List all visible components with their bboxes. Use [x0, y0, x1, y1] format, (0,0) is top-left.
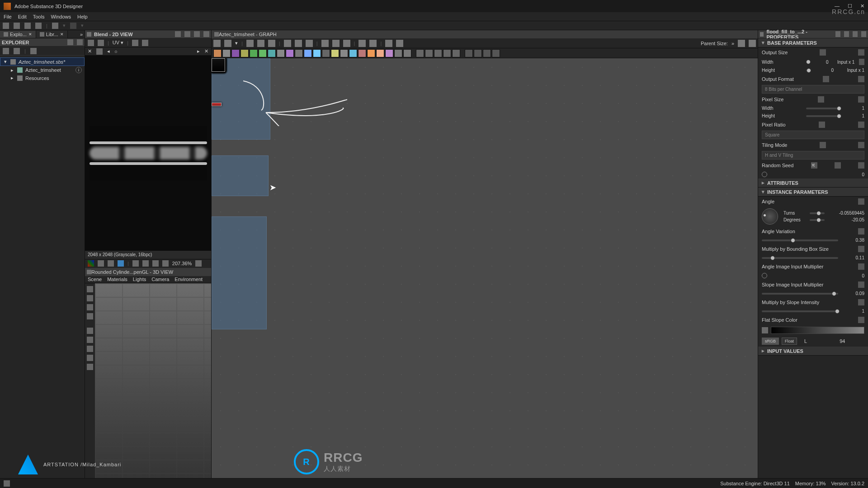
pal-f5[interactable] — [452, 49, 460, 57]
status-icon[interactable] — [4, 480, 10, 487]
graph-node[interactable] — [212, 58, 225, 72]
gt-grid-icon[interactable] — [396, 40, 403, 47]
redo-icon[interactable] — [70, 23, 76, 29]
panel-float-icon[interactable] — [77, 39, 83, 45]
pal-normal[interactable] — [304, 49, 312, 57]
pal-warp[interactable] — [358, 49, 366, 57]
v3d-tool1-icon[interactable] — [87, 286, 93, 292]
camera-icon[interactable] — [98, 40, 104, 46]
view2d-canvas[interactable] — [85, 56, 211, 251]
menu-icon[interactable] — [858, 76, 864, 82]
pal-grad[interactable] — [268, 49, 276, 57]
tab-library-close-icon[interactable]: ✕ — [60, 32, 64, 37]
v3d-camera-icon[interactable] — [87, 313, 93, 319]
ps-height-slider[interactable] — [806, 115, 838, 117]
gt-cut-icon[interactable] — [332, 40, 340, 47]
pal-levels[interactable] — [295, 49, 303, 57]
menu-icon[interactable] — [858, 246, 864, 252]
panel-dock-icon[interactable] — [67, 39, 73, 45]
tiling-dropdown[interactable]: H and V Tiling — [762, 151, 864, 160]
home-icon[interactable] — [3, 23, 9, 29]
nav-prev-icon[interactable]: ◂ — [107, 48, 110, 54]
parent-size-dropdown[interactable]: » — [731, 41, 734, 46]
gt-opt2-icon[interactable] — [749, 40, 756, 47]
v3d-sphere-icon[interactable] — [87, 346, 93, 352]
props-max-icon[interactable] — [844, 31, 849, 37]
gt-snap-icon[interactable] — [385, 40, 392, 47]
menu-windows[interactable]: Windows — [51, 14, 71, 19]
v3d-env[interactable]: Environment — [175, 277, 203, 282]
v3d-tool2-icon[interactable] — [87, 295, 93, 301]
info-toggle-icon[interactable] — [132, 40, 138, 46]
maximize-icon[interactable]: ☐ — [848, 3, 852, 9]
turns-slider[interactable] — [810, 212, 825, 214]
tabs-overflow-icon[interactable]: » — [80, 32, 85, 37]
slope-slider[interactable] — [762, 293, 838, 295]
import-icon[interactable] — [14, 48, 20, 54]
menu-icon[interactable] — [858, 299, 864, 305]
anglevar-slider[interactable] — [762, 239, 838, 241]
close-icon[interactable]: ✕ — [860, 3, 864, 9]
graph-frame[interactable] — [212, 155, 269, 196]
nav-rec-icon[interactable]: ○ — [114, 49, 118, 54]
tab-explorer-close-icon[interactable]: ✕ — [28, 32, 32, 37]
v3d-tool3-icon[interactable] — [87, 304, 93, 310]
pal-blend[interactable] — [222, 49, 231, 57]
pal-f1[interactable] — [416, 49, 424, 57]
zoom-value[interactable]: 207.36% — [172, 261, 192, 266]
pal-atomic[interactable] — [213, 49, 222, 57]
pal-dist[interactable] — [259, 49, 267, 57]
angleimg-radio[interactable] — [762, 273, 767, 278]
v3d-scene[interactable]: Scene — [88, 277, 102, 282]
gt-comment-icon[interactable] — [268, 40, 275, 47]
pal-g3[interactable] — [483, 49, 491, 57]
degrees-slider[interactable] — [810, 219, 825, 221]
gt-node-icon[interactable] — [246, 40, 254, 47]
menu-icon[interactable] — [858, 96, 864, 103]
nav-play-icon[interactable]: ▸ — [197, 48, 200, 54]
pal-curve[interactable] — [231, 49, 240, 57]
gt-align3-icon[interactable] — [306, 40, 313, 47]
minimize-icon[interactable]: — — [835, 3, 840, 9]
alpha-icon[interactable] — [98, 260, 104, 267]
pal-e1[interactable] — [367, 49, 375, 57]
menu-file[interactable]: File — [4, 14, 12, 19]
gt-frame-icon[interactable] — [257, 40, 264, 47]
pal-e3[interactable] — [385, 49, 393, 57]
nav-clear-icon[interactable]: ✕ — [88, 48, 92, 54]
gt-wand-icon[interactable] — [343, 40, 350, 47]
v3d-axes-icon[interactable] — [87, 355, 93, 361]
pal-gray[interactable] — [277, 49, 285, 57]
pal-e5[interactable] — [403, 49, 411, 57]
tree-file-root[interactable]: ▾ Aztec_trimsheet.sbs* — [0, 57, 85, 66]
pal-hsl[interactable] — [286, 49, 294, 57]
menu-icon[interactable] — [858, 122, 864, 128]
gt-align1-icon[interactable] — [284, 40, 291, 47]
menu-icon[interactable] — [858, 142, 864, 148]
link-icon[interactable] — [88, 40, 94, 46]
channels-icon[interactable] — [88, 260, 94, 267]
gt-opt1-icon[interactable] — [738, 40, 745, 47]
pal-dir[interactable] — [250, 49, 258, 57]
random-icon[interactable]: ⤨ — [811, 162, 817, 169]
layers-icon[interactable] — [142, 40, 148, 46]
pal-uniform[interactable] — [349, 49, 357, 57]
graph-canvas[interactable]: ➤ — [212, 58, 758, 478]
section-attributes[interactable]: ▸ATTRIBUTES — [758, 178, 868, 188]
tab-explorer[interactable]: Explo... ✕ — [0, 31, 36, 38]
height-slider[interactable] — [806, 70, 807, 71]
color-gradient[interactable] — [771, 327, 864, 334]
tree-graph-item[interactable]: ▸ Aztec_trimsheet i — [0, 66, 85, 74]
save-icon[interactable] — [35, 23, 42, 29]
reset-icon[interactable] — [823, 76, 829, 82]
graph-node[interactable] — [212, 103, 222, 106]
gt-fit-icon[interactable] — [213, 40, 221, 47]
gt-zoom-icon[interactable] — [224, 40, 231, 47]
info-icon[interactable]: i — [75, 67, 82, 73]
pal-svg[interactable] — [322, 49, 330, 57]
pal-g1[interactable] — [465, 49, 473, 57]
pal-sharp[interactable] — [313, 49, 321, 57]
pal-g2[interactable] — [474, 49, 482, 57]
menu-tools[interactable]: Tools — [33, 14, 45, 19]
reset-icon[interactable] — [818, 96, 824, 103]
